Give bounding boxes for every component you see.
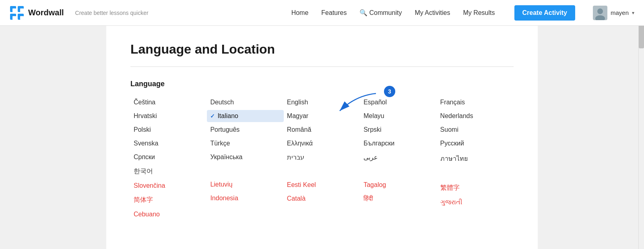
annotation-arrow (332, 91, 380, 116)
scrollbar-track[interactable] (638, 0, 644, 249)
lang-deutsch[interactable]: Deutsch (207, 96, 283, 108)
lang-arabic[interactable]: عربى (360, 151, 437, 164)
header: Wordwall Create better lessons quicker H… (0, 0, 644, 26)
lang-korean[interactable]: 한국어 (130, 165, 207, 178)
main-nav: Home Features 🔍 Community My Activities … (291, 5, 634, 21)
lang-romana[interactable]: Română (284, 124, 360, 136)
lang-polski[interactable]: Polski (130, 124, 207, 136)
annotation-badge: 3 (384, 86, 395, 97)
svg-rect-4 (12, 8, 16, 12)
lang-francais[interactable]: Français (437, 96, 514, 108)
user-menu[interactable]: mayen ▾ (593, 6, 634, 20)
header-tagline: Create better lessons quicker (75, 10, 149, 16)
svg-rect-7 (20, 16, 24, 20)
svg-rect-5 (20, 8, 24, 12)
chevron-down-icon: ▾ (632, 10, 634, 16)
avatar (593, 6, 607, 20)
lang-traditional-chinese[interactable]: 繁體字 (437, 181, 514, 195)
lang-hebrew[interactable]: עברית (284, 151, 360, 164)
lang-lithuanian[interactable]: Lietuvių (207, 178, 283, 191)
lang-hindi[interactable]: हिंदी (360, 193, 437, 205)
avatar-image (593, 6, 607, 20)
lang-ukrainska[interactable]: Українська (207, 151, 283, 163)
lang-cebuano[interactable]: Cebuano (130, 208, 207, 220)
nav-home[interactable]: Home (291, 9, 309, 17)
divider (130, 66, 514, 67)
lang-srpski-cyr[interactable]: Српски (130, 151, 207, 163)
lang-simplified-chinese[interactable]: 简体字 (130, 193, 207, 207)
lang-suomi[interactable]: Suomi (437, 124, 514, 136)
main-content: Language and Location Language 3 (0, 26, 644, 249)
lang-estonian[interactable]: Eesti Keel (284, 179, 360, 191)
lang-col-1: Čeština Hrvatski Polski Svenska Српски 한… (130, 96, 207, 220)
user-name: mayen (611, 9, 629, 16)
lang-tagalog[interactable]: Tagalog (360, 179, 437, 191)
search-icon: 🔍 (359, 9, 367, 17)
wordwall-logo-icon (10, 6, 24, 20)
section-label: Language (130, 80, 514, 88)
lang-hrvatski[interactable]: Hrvatski (130, 110, 207, 122)
lang-turkce[interactable]: Türkçe (207, 137, 283, 149)
lang-col-2: Deutsch ✓ Italiano Português Türkçe Укра… (207, 96, 283, 220)
logo-area[interactable]: Wordwall (10, 6, 64, 20)
check-icon: ✓ (210, 113, 215, 119)
lang-russian[interactable]: Русский (437, 137, 514, 149)
lang-bulgarian[interactable]: Български (360, 137, 437, 149)
language-grid: Čeština Hrvatski Polski Svenska Српски 한… (130, 96, 514, 220)
svg-point-9 (597, 8, 603, 14)
create-activity-button[interactable]: Create Activity (514, 5, 575, 21)
lang-cestina[interactable]: Čeština (130, 96, 207, 108)
lang-svenska[interactable]: Svenska (130, 137, 207, 149)
svg-rect-6 (12, 16, 16, 20)
lang-italiano[interactable]: ✓ Italiano (207, 110, 283, 122)
lang-slovencina[interactable]: Slovenčina (130, 180, 207, 192)
nav-my-activities[interactable]: My Activities (415, 9, 450, 17)
lang-gujarati[interactable]: ગુજરાતી (437, 196, 514, 208)
lang-nederlands[interactable]: Nederlands (437, 110, 514, 122)
nav-community[interactable]: 🔍 Community (359, 9, 402, 17)
lang-greek[interactable]: Ελληνικά (284, 137, 360, 149)
nav-my-results[interactable]: My Results (463, 9, 495, 17)
lang-catala[interactable]: Català (284, 193, 360, 205)
lang-indonesia[interactable]: Indonesia (207, 192, 283, 204)
lang-col-5: Français Nederlands Suomi Русский ภาษาไท… (437, 96, 514, 220)
lang-srpski[interactable]: Srpski (360, 124, 437, 136)
nav-features[interactable]: Features (321, 9, 347, 17)
page-title: Language and Location (130, 42, 514, 57)
lang-portugues[interactable]: Português (207, 124, 283, 136)
language-section: 3 Čeština (130, 96, 514, 220)
lang-thai[interactable]: ภาษาไทย (437, 151, 514, 166)
logo-text: Wordwall (28, 8, 64, 17)
content-panel: Language and Location Language 3 (106, 26, 538, 249)
